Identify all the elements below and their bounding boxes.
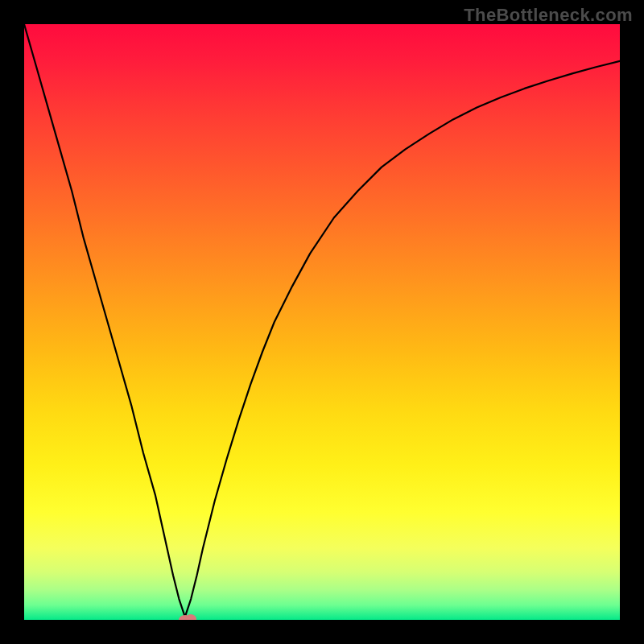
bottleneck-curve bbox=[24, 24, 620, 620]
watermark-text: TheBottleneck.com bbox=[464, 5, 633, 26]
plot-area bbox=[24, 24, 620, 620]
chart-frame: TheBottleneck.com bbox=[0, 0, 644, 644]
optimum-marker bbox=[179, 615, 192, 620]
